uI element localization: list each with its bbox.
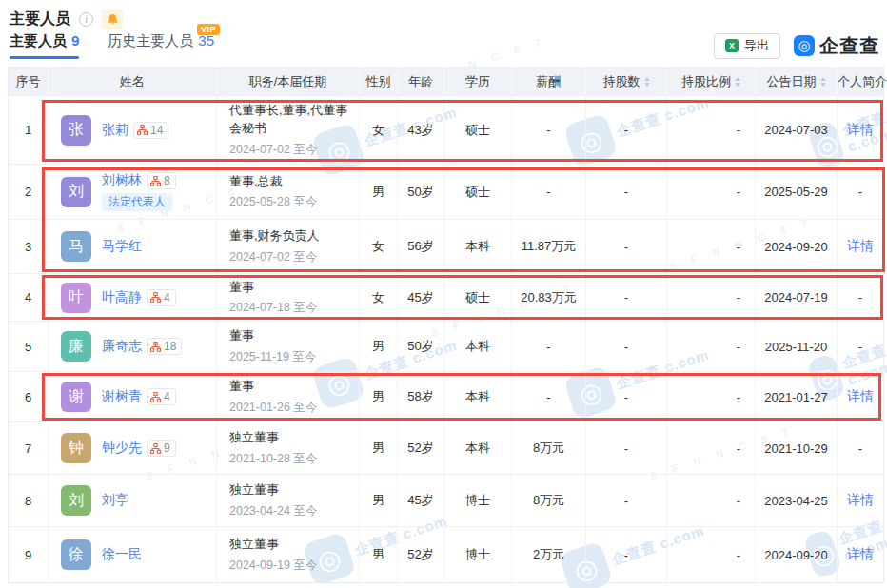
serial-cell: 6	[9, 372, 49, 422]
age-cell: 58岁	[398, 372, 444, 422]
column-header-7[interactable]: 持股数	[586, 68, 667, 96]
column-header-10: 个人简介	[838, 68, 884, 96]
education-cell: 硕士	[444, 274, 512, 322]
education-cell: 硕士	[444, 165, 512, 220]
profile-detail-link[interactable]: 详情	[847, 238, 874, 253]
person-name-link[interactable]: 谢树青	[102, 388, 142, 405]
age-cell: 50岁	[398, 165, 444, 220]
person-name-link[interactable]: 廉奇志	[102, 338, 142, 355]
info-icon[interactable]: i	[79, 12, 93, 27]
person-name-link[interactable]: 钟少先	[102, 440, 142, 457]
profile-cell: 详情	[838, 372, 884, 422]
relation-badge[interactable]: 4	[147, 289, 176, 306]
tab-history-personnel[interactable]: VIP 历史主要人员35	[108, 32, 214, 59]
person-name-link[interactable]: 刘亭	[102, 492, 128, 509]
sort-icon[interactable]	[735, 77, 740, 87]
relation-badge[interactable]: 4	[147, 388, 176, 405]
relation-graph-icon	[150, 392, 161, 402]
profile-cell: 详情	[838, 475, 884, 527]
person-name-link[interactable]: 刘树林	[102, 172, 142, 189]
profile-cell: -	[838, 422, 884, 475]
profile-cell: -	[838, 165, 884, 220]
term-text: 2025-05-28 至今	[229, 193, 351, 210]
relation-badge[interactable]: 8	[147, 172, 176, 189]
relation-badge[interactable]: 9	[147, 440, 176, 457]
table-row: 1 张 张莉 14	[9, 96, 884, 165]
avatar: 廉	[61, 331, 91, 362]
announce-date-cell: 2024-09-20	[756, 220, 838, 274]
position-text: 独立董事	[229, 536, 351, 554]
table-row: 5 廉 廉奇志 18	[9, 322, 884, 372]
salary-cell: -	[512, 322, 586, 372]
person-name-link[interactable]: 张莉	[102, 122, 128, 139]
tab-key-personnel[interactable]: 主要人员9	[10, 32, 79, 59]
announce-date-cell: 2024-09-20	[756, 527, 838, 583]
sort-icon[interactable]	[644, 77, 650, 87]
relation-count: 9	[164, 441, 170, 455]
profile-detail-link[interactable]: 详情	[847, 546, 874, 561]
salary-cell: 8万元	[512, 422, 586, 475]
tab-bar: 主要人员9 VIP 历史主要人员35	[10, 32, 214, 59]
tab-label: 历史主要人员	[108, 32, 193, 49]
profile-cell: 详情	[838, 220, 884, 274]
relation-badge[interactable]: 18	[147, 338, 182, 355]
avatar: 马	[61, 231, 91, 262]
key-personnel-page: ◎企查查 c.com◎企查查 c.com◎企查查 c.com◎企查查 c.com…	[0, 0, 887, 588]
column-header-8[interactable]: 持股比例	[667, 68, 756, 96]
profile-cell: 详情	[838, 527, 884, 583]
term-text: 2024-07-02 至今	[229, 248, 351, 265]
salary-cell: -	[512, 165, 586, 220]
ratio-cell: -	[667, 322, 756, 372]
relation-graph-icon	[150, 443, 161, 454]
tab-label: 主要人员	[10, 32, 67, 49]
relation-count: 4	[164, 291, 170, 304]
export-label: 导出	[744, 37, 769, 54]
shares-cell: -	[586, 372, 667, 422]
brand-logo: ◎ 企查查	[794, 33, 879, 59]
shares-cell: -	[586, 274, 667, 322]
page-title: 主要人员	[10, 10, 70, 29]
relation-graph-icon	[150, 176, 161, 186]
sort-icon[interactable]	[820, 77, 826, 87]
table-row: 8 刘 刘亭	[9, 475, 884, 527]
relation-graph-icon	[150, 292, 161, 303]
salary-cell: 20.83万元	[512, 274, 586, 322]
export-button[interactable]: X 导出	[714, 33, 780, 59]
relation-badge[interactable]: 14	[133, 122, 168, 139]
profile-detail-link[interactable]: 详情	[847, 122, 874, 137]
avatar: 刘	[61, 485, 91, 516]
serial-cell: 3	[9, 220, 49, 274]
serial-cell: 2	[9, 165, 49, 220]
salary-cell: 8万元	[512, 475, 586, 527]
column-header-9[interactable]: 公告日期	[756, 68, 838, 96]
avatar: 叶	[61, 283, 91, 313]
profile-detail-link[interactable]: 详情	[847, 388, 874, 403]
ratio-cell: -	[667, 274, 756, 322]
gender-cell: 女	[360, 96, 398, 165]
relation-count: 14	[150, 124, 163, 137]
gender-cell: 男	[360, 422, 398, 475]
education-cell: 博士	[444, 475, 512, 527]
shares-cell: -	[586, 527, 667, 583]
profile-detail-link[interactable]: 详情	[847, 492, 874, 507]
profile-cell: -	[838, 322, 884, 372]
term-text: 2024-07-02 至今	[229, 141, 351, 158]
serial-cell: 4	[9, 274, 49, 322]
person-name-link[interactable]: 叶高静	[102, 289, 142, 306]
person-name-link[interactable]: 马学红	[102, 238, 142, 255]
bell-icon[interactable]	[102, 9, 123, 29]
avatar: 徐	[61, 539, 91, 570]
ratio-cell: -	[667, 527, 756, 583]
ratio-cell: -	[667, 372, 756, 422]
person-name-link[interactable]: 徐一民	[102, 546, 142, 563]
column-header-6: 薪酬	[512, 68, 586, 96]
column-header-0: 序号	[9, 68, 49, 96]
relation-graph-icon	[137, 125, 148, 135]
column-header-3: 性别	[360, 68, 398, 96]
announce-date-cell: 2021-10-29	[756, 422, 838, 475]
table-row: 4 叶 叶高静 4	[9, 274, 884, 322]
position-text: 董事	[229, 279, 351, 297]
tab-count: 9	[71, 32, 79, 49]
education-cell: 博士	[444, 527, 512, 583]
age-cell: 45岁	[398, 475, 444, 527]
